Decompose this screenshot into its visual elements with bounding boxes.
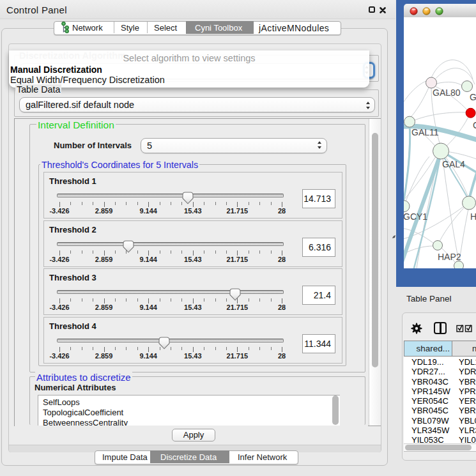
svg-text:GAL80: GAL80	[433, 88, 461, 98]
svg-text:HA: HA	[470, 211, 476, 222]
svg-text:GA: GA	[470, 92, 476, 102]
svg-text:G: G	[473, 120, 476, 130]
svg-text:GCY1: GCY1	[404, 211, 427, 222]
svg-text:GAL4: GAL4	[442, 159, 465, 169]
svg-text:GAL11: GAL11	[411, 127, 439, 137]
svg-text:HAP2: HAP2	[438, 252, 461, 262]
